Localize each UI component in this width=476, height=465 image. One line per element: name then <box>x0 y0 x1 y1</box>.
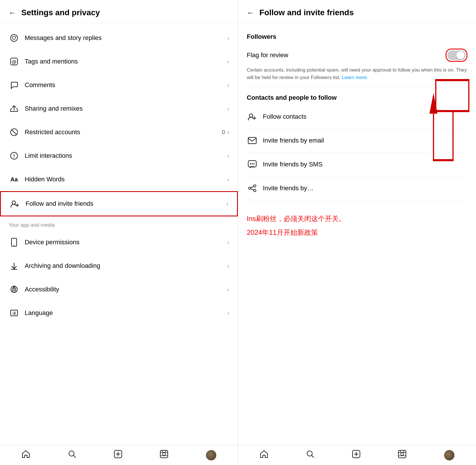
toggle-knob <box>456 51 465 59</box>
flag-review-description: Certain accounts, including potential sp… <box>238 66 476 87</box>
archiving-chevron: › <box>227 263 229 269</box>
follow-icon <box>9 198 20 209</box>
invite-other-label: Invite friends by… <box>263 185 313 192</box>
left-nav-home[interactable] <box>22 450 30 460</box>
restricted-label: Restricted accounts <box>25 128 222 136</box>
invite-email-item[interactable]: Invite friends by email <box>238 129 476 152</box>
flag-review-row: Flag for review <box>238 44 476 66</box>
svg-text:@: @ <box>12 59 16 64</box>
follow-contacts-icon <box>247 111 258 122</box>
follow-chevron: › <box>226 201 228 207</box>
limit-label: Limit interactions <box>25 152 227 160</box>
restricted-badge: 0 <box>222 129 225 136</box>
svg-line-41 <box>251 189 254 190</box>
svg-line-40 <box>251 187 254 188</box>
limit-chevron: › <box>227 153 229 159</box>
sharing-icon <box>9 103 20 114</box>
sidebar-item-accessibility[interactable]: Accessibility › <box>0 278 238 301</box>
section-label: Your app and media <box>0 216 238 230</box>
right-header: ← Follow and invite friends <box>238 0 476 23</box>
flag-review-label: Flag for review <box>247 51 288 59</box>
sidebar-item-restricted[interactable]: Restricted accounts 0 › <box>0 120 238 144</box>
invite-other-icon <box>247 183 258 194</box>
hidden-icon: Aa <box>9 174 20 185</box>
accessibility-icon <box>9 284 20 295</box>
comments-label: Comments <box>25 81 227 89</box>
svg-line-4 <box>11 130 17 135</box>
followers-section-title: Followers <box>238 26 476 44</box>
sidebar-item-hidden[interactable]: Aa Hidden Words › <box>0 168 238 191</box>
sidebar-item-limit[interactable]: ! Limit interactions › <box>0 144 238 168</box>
svg-rect-32 <box>248 137 256 144</box>
svg-point-50 <box>401 453 404 456</box>
sidebar-item-messages[interactable]: Messages and story replies › <box>0 26 238 50</box>
invite-other-item[interactable]: Invite friends by… <box>238 176 476 200</box>
sidebar-item-comments[interactable]: Comments › <box>0 73 238 97</box>
archiving-icon <box>9 260 20 271</box>
language-chevron: › <box>227 310 229 316</box>
toggle-wrapper <box>446 49 467 62</box>
svg-text:!: ! <box>13 153 15 158</box>
invite-email-label: Invite friends by email <box>263 137 324 144</box>
svg-point-24 <box>163 453 165 456</box>
invite-sms-icon <box>247 159 258 170</box>
left-nav-add[interactable] <box>114 450 122 460</box>
limit-icon: ! <box>9 150 20 161</box>
sidebar-item-archiving[interactable]: Archiving and downloading › <box>0 254 238 278</box>
follow-contacts-item[interactable]: Follow contacts <box>238 105 476 128</box>
tags-chevron: › <box>227 58 229 65</box>
sidebar-item-tags[interactable]: @ Tags and mentions › <box>0 50 238 73</box>
annotation-text: Ins刷粉丝，必须关闭这个开关。 2024年11月开始新政策 <box>238 200 476 251</box>
right-nav-search[interactable] <box>306 450 315 460</box>
accessibility-chevron: › <box>227 286 229 293</box>
svg-point-39 <box>254 189 256 192</box>
right-nav-profile[interactable] <box>444 450 454 460</box>
sharing-label: Sharing and remixes <box>25 105 227 112</box>
svg-rect-49 <box>398 450 406 458</box>
right-panel-title: Follow and invite friends <box>259 8 354 17</box>
left-nav-profile[interactable] <box>206 450 216 460</box>
right-content: Followers Flag for review Certain accoun… <box>238 23 476 445</box>
svg-point-36 <box>253 163 255 164</box>
restricted-chevron: › <box>227 129 229 136</box>
flag-review-toggle[interactable] <box>447 50 466 60</box>
svg-point-38 <box>254 185 256 187</box>
follow-label: Follow and invite friends <box>26 200 226 207</box>
right-nav-home[interactable] <box>260 450 268 460</box>
language-label: Language <box>25 309 227 317</box>
right-panel: ← Follow and invite friends Followers Fl… <box>238 0 476 465</box>
right-back-button[interactable]: ← <box>247 8 254 17</box>
left-nav-search[interactable] <box>68 450 76 460</box>
follow-contacts-label: Follow contacts <box>263 113 307 120</box>
sidebar-item-follow[interactable]: Follow and invite friends › <box>0 191 238 216</box>
left-back-button[interactable]: ← <box>9 8 16 17</box>
device-chevron: › <box>227 239 229 246</box>
svg-point-37 <box>248 187 251 189</box>
archiving-label: Archiving and downloading <box>25 262 227 270</box>
right-nav-reels[interactable] <box>398 450 406 460</box>
annotation-line1: Ins刷粉丝，必须关闭这个开关。 <box>247 212 467 226</box>
svg-line-45 <box>312 456 314 458</box>
left-bottom-nav <box>0 445 238 465</box>
left-panel: ← Settings and privacy Messages and stor… <box>0 0 238 465</box>
sidebar-item-language[interactable]: 译 Language › <box>0 301 238 325</box>
invite-sms-item[interactable]: Invite friends by SMS <box>238 153 476 176</box>
accessibility-label: Accessibility <box>25 286 227 293</box>
right-bottom-nav <box>238 445 476 465</box>
left-nav-reels[interactable] <box>160 450 168 460</box>
svg-rect-23 <box>160 450 168 458</box>
device-label: Device permissions <box>25 239 227 246</box>
messages-label: Messages and story replies <box>25 34 227 42</box>
svg-point-0 <box>11 34 18 41</box>
svg-point-29 <box>249 114 253 117</box>
learn-more-link[interactable]: Learn more. <box>342 75 368 80</box>
tags-icon: @ <box>9 56 20 67</box>
language-icon: 译 <box>9 308 20 318</box>
sidebar-item-device[interactable]: Device permissions › <box>0 230 238 254</box>
svg-point-34 <box>250 163 251 164</box>
left-header: ← Settings and privacy <box>0 0 238 23</box>
comments-chevron: › <box>227 82 229 89</box>
sidebar-item-sharing[interactable]: Sharing and remixes › <box>0 97 238 120</box>
right-nav-add[interactable] <box>352 450 361 460</box>
invite-email-icon <box>247 135 258 146</box>
